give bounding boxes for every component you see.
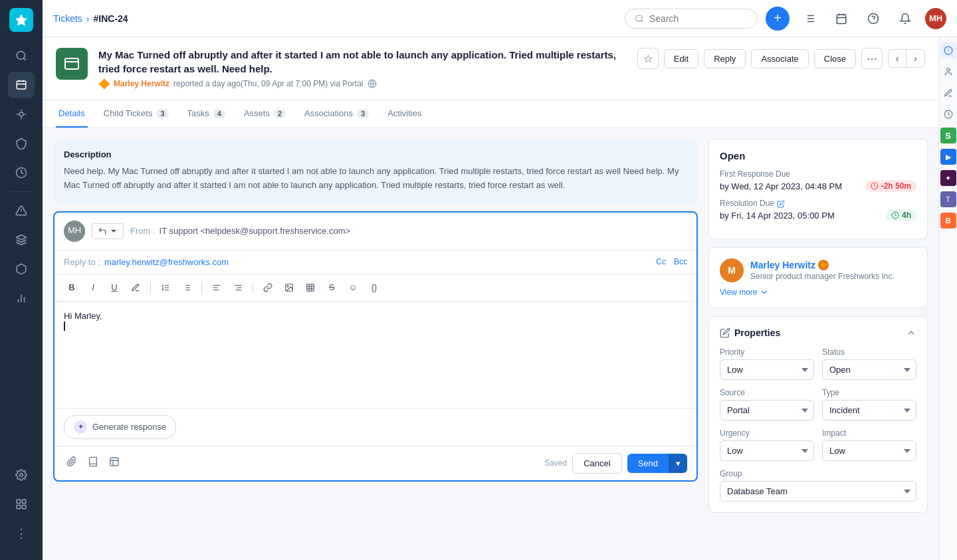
status-select[interactable]: Open Pending Resolved Closed: [822, 359, 916, 380]
requester-name[interactable]: Marley Herwitz: [750, 260, 815, 270]
template-button[interactable]: [106, 454, 122, 472]
toolbar-image[interactable]: [281, 280, 297, 296]
toolbar-align-left[interactable]: [209, 280, 225, 296]
cc-button[interactable]: Cc: [656, 257, 666, 266]
source-select[interactable]: Portal Email Phone: [720, 400, 814, 420]
app-logo[interactable]: [9, 8, 33, 32]
impact-select[interactable]: Low Medium High: [822, 440, 916, 461]
toolbar-table[interactable]: [302, 280, 318, 296]
sidebar-item-alert[interactable]: [8, 197, 35, 224]
sidebar-item-chart[interactable]: [8, 285, 35, 312]
priority-field: Priority Low Medium High Urgent: [720, 347, 814, 380]
toolbar-underline[interactable]: U: [106, 280, 122, 296]
compose-reply-toggle[interactable]: [92, 223, 124, 239]
reporter-name[interactable]: Marley Herwitz: [114, 79, 169, 88]
sidebar-item-graph[interactable]: [8, 159, 35, 186]
tab-details[interactable]: Details: [56, 100, 88, 128]
toolbar-bold[interactable]: B: [64, 280, 80, 296]
sidebar-item-layers[interactable]: [8, 227, 35, 253]
reply-button[interactable]: Reply: [704, 49, 746, 68]
sidebar-item-bugs[interactable]: [8, 101, 35, 128]
tab-activities[interactable]: Activities: [385, 100, 424, 128]
toolbar-strikethrough[interactable]: S: [324, 280, 340, 296]
sidebar-item-tickets[interactable]: [8, 72, 35, 98]
edit-button[interactable]: Edit: [664, 49, 698, 68]
generate-response-button[interactable]: ✦ Generate response: [64, 415, 176, 439]
toolbar-ol[interactable]: [158, 280, 173, 296]
close-button[interactable]: Close: [814, 49, 856, 68]
resolution-by: by Fri, 14 Apr 2023, 05:00 PM: [720, 211, 835, 221]
send-dropdown-button[interactable]: ▾: [669, 454, 687, 473]
toolbar-emoji[interactable]: ☺: [345, 280, 361, 296]
compose-toolbar: B I U: [54, 274, 696, 302]
rip-slack-icon[interactable]: ✦: [940, 170, 956, 186]
next-ticket-button[interactable]: ›: [906, 49, 925, 68]
knowledge-base-button[interactable]: [85, 454, 101, 472]
bcc-button[interactable]: Bcc: [674, 257, 687, 266]
rip-info-icon[interactable]: [940, 43, 956, 58]
requester-avatar: M: [720, 258, 744, 282]
tab-assets[interactable]: Assets 2: [241, 100, 288, 128]
collapse-properties-icon[interactable]: [906, 327, 916, 338]
reporter-info: reported a day ago(Thu, 09 Apr at 7:00 P…: [173, 79, 364, 88]
toolbar-italic[interactable]: I: [85, 280, 101, 296]
pencil-icon: [720, 327, 730, 338]
toolbar-align-right[interactable]: [230, 280, 246, 296]
sidebar-item-search[interactable]: [8, 43, 35, 69]
rip-edit-icon[interactable]: [940, 85, 956, 101]
checklist-icon[interactable]: [798, 7, 821, 31]
tab-tasks[interactable]: Tasks 4: [185, 100, 228, 128]
tab-child-tickets[interactable]: Child Tickets 3: [101, 100, 171, 128]
sidebar: ⋮: [0, 0, 43, 560]
compose-body[interactable]: Hi Marley,: [54, 302, 696, 408]
search-bar[interactable]: [625, 9, 758, 29]
sla-status: Open: [720, 150, 916, 161]
bell-icon[interactable]: [893, 7, 917, 31]
svg-text:MH: MH: [68, 225, 81, 234]
svg-marker-0: [15, 14, 27, 26]
group-select[interactable]: Database Team Network Team IT Support: [720, 481, 916, 502]
ticket-title-area: My Mac Turned off abruptly and after it …: [98, 48, 627, 89]
compose-reply-to-value[interactable]: marley.herwitz@freshworks.com: [104, 257, 229, 267]
sidebar-item-shield[interactable]: [8, 130, 35, 157]
cancel-compose-button[interactable]: Cancel: [572, 453, 621, 474]
priority-select[interactable]: Low Medium High Urgent: [720, 359, 814, 380]
help-icon[interactable]: [861, 7, 885, 31]
prev-ticket-button[interactable]: ‹: [888, 49, 906, 68]
rip-meet-icon[interactable]: ▶: [940, 149, 956, 165]
sidebar-item-appgrid[interactable]: [8, 491, 35, 517]
view-more-button[interactable]: View more: [720, 288, 916, 297]
sidebar-item-box[interactable]: [8, 256, 35, 282]
type-select[interactable]: Incident Service Request Change: [822, 400, 916, 420]
sidebar-item-settings[interactable]: [8, 462, 35, 488]
resolution-label: Resolution Due: [720, 199, 774, 208]
attach-file-button[interactable]: [64, 454, 80, 472]
generate-label: Generate response: [92, 422, 166, 432]
toolbar-ul[interactable]: [179, 280, 195, 296]
edit-resolution-icon[interactable]: [777, 200, 785, 208]
breadcrumb-tickets-link[interactable]: Tickets: [53, 13, 82, 24]
compose-reply-to-label: Reply to :: [64, 257, 100, 267]
more-options-button[interactable]: ⋯: [861, 48, 883, 69]
calendar-icon[interactable]: [829, 7, 853, 31]
associate-button[interactable]: Associate: [751, 49, 808, 68]
toolbar-pen[interactable]: [128, 280, 144, 296]
search-input[interactable]: [649, 13, 742, 24]
sidebar-item-more[interactable]: ⋮: [8, 520, 35, 547]
toolbar-code[interactable]: {}: [366, 280, 382, 296]
compose-gen-row: ✦ Generate response: [54, 408, 696, 446]
urgency-select[interactable]: Low Medium High: [720, 440, 814, 461]
user-avatar[interactable]: MH: [925, 8, 946, 29]
saved-indicator: Saved: [544, 458, 567, 468]
toolbar-link[interactable]: [260, 280, 276, 296]
rip-clock-icon[interactable]: [940, 106, 956, 122]
send-main-button[interactable]: Send: [627, 454, 669, 473]
rip-person-icon[interactable]: [940, 64, 956, 80]
tab-associations[interactable]: Associations 3: [302, 100, 372, 128]
star-button[interactable]: ☆: [637, 48, 659, 69]
rip-beta-icon[interactable]: B: [940, 213, 956, 229]
rip-teams-icon[interactable]: T: [940, 191, 956, 207]
rip-freshdesk-icon[interactable]: S: [940, 128, 956, 143]
add-button[interactable]: +: [766, 7, 790, 31]
generate-icon: ✦: [74, 420, 87, 434]
